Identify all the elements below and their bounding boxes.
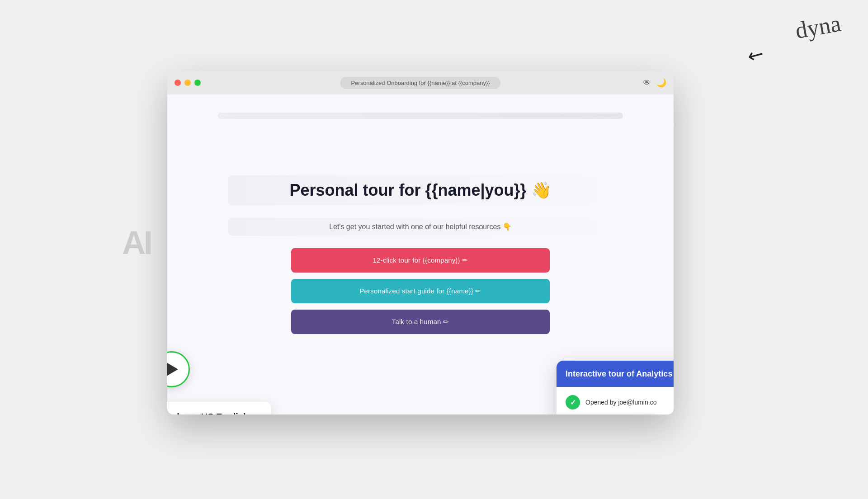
tour-card-body: ✓ Opened by joe@lumin.co	[557, 387, 674, 414]
play-button[interactable]	[167, 351, 190, 387]
traffic-lights	[175, 80, 201, 86]
ai-label: AI	[122, 224, 151, 261]
moon-icon[interactable]: 🌙	[656, 78, 666, 88]
traffic-green[interactable]	[194, 80, 201, 86]
browser-action-icons: 👁 🌙	[643, 78, 666, 88]
deco-arrow: ↙	[744, 42, 769, 69]
browser-titlebar: Personalized Onboarding for {{name}} at …	[167, 71, 674, 94]
play-icon	[167, 363, 178, 376]
page-subtitle: Let's get you started with one of our he…	[228, 218, 613, 235]
traffic-red[interactable]	[175, 80, 181, 86]
voice-card: Stephen - US English Friendly, Upbeat, D…	[167, 402, 271, 414]
talk-human-button[interactable]: Talk to a human ✏	[291, 310, 550, 334]
skeleton-bar-top	[218, 113, 623, 119]
voice-name: Stephen - US English	[167, 412, 259, 414]
start-guide-button[interactable]: Personalized start guide for {{name}} ✏	[291, 279, 550, 303]
tour-card-title: Interactive tour of Analytics	[566, 369, 672, 379]
opened-row: ✓ Opened by joe@lumin.co	[566, 395, 674, 410]
buttons-container: 12-click tour for {{company}} ✏ Personal…	[291, 248, 550, 334]
deco-handwritten: dyna	[793, 10, 843, 44]
url-text: Personalized Onboarding for {{name}} at …	[351, 80, 490, 86]
check-icon: ✓	[570, 398, 576, 407]
url-bar[interactable]: Personalized Onboarding for {{name}} at …	[340, 77, 500, 89]
page-title: Personal tour for {{name|you}} 👋	[228, 175, 613, 205]
browser-window: AI ↙ Personalized Onboarding for {{name}…	[167, 71, 674, 414]
traffic-yellow[interactable]	[184, 80, 191, 86]
tour-button[interactable]: 12-click tour for {{company}} ✏	[291, 248, 550, 273]
tour-card-header: Interactive tour of Analytics ×	[557, 361, 674, 387]
eye-icon[interactable]: 👁	[643, 78, 651, 88]
main-content: Personal tour for {{name|you}} 👋 Let's g…	[167, 175, 674, 334]
check-circle: ✓	[566, 395, 580, 410]
browser-content: Personal tour for {{name|you}} 👋 Let's g…	[167, 94, 674, 414]
tour-card: Interactive tour of Analytics × ✓ Opened…	[556, 360, 674, 414]
opened-by-text: Opened by joe@lumin.co	[585, 399, 656, 406]
